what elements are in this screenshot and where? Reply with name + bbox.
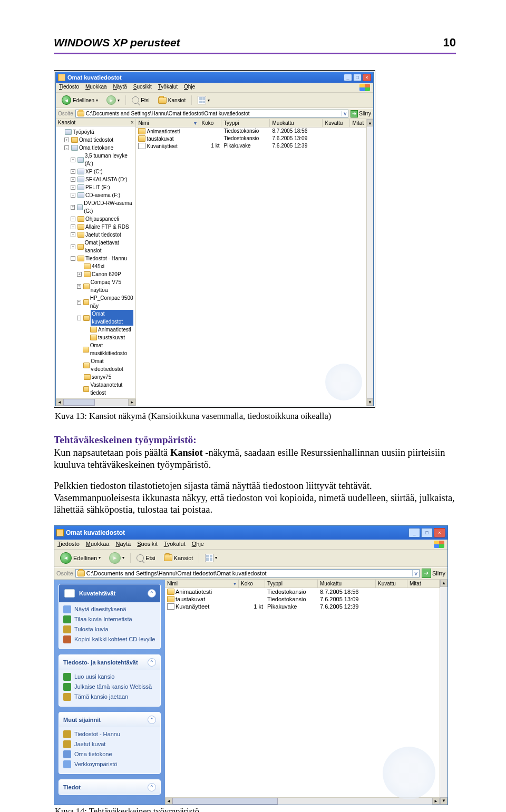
tree-node[interactable]: 445xi bbox=[58, 262, 133, 270]
tree-node[interactable]: + Omat tiedostot bbox=[58, 136, 133, 144]
menu-file[interactable]: Tiedosto bbox=[59, 84, 79, 91]
menu-tools[interactable]: Työkalut bbox=[164, 541, 186, 548]
tree-node[interactable]: + 3,5 tuuman levyke (A:) bbox=[58, 152, 133, 168]
close-button[interactable]: × bbox=[434, 528, 445, 537]
folder-icon bbox=[164, 554, 172, 561]
views-button[interactable]: ▾ bbox=[195, 95, 212, 105]
close-icon[interactable]: × bbox=[131, 120, 134, 125]
address-input[interactable]: C:\Documents and Settings\Hannu\Omat tie… bbox=[75, 110, 348, 118]
menu-view[interactable]: Näytä bbox=[115, 541, 131, 548]
go-button[interactable]: ➔Siirry bbox=[422, 569, 445, 578]
tree-node[interactable]: + Omat jaettavat kansiot bbox=[58, 239, 133, 255]
task-group-header[interactable]: Tiedosto- ja kansiotehtävät⌃ bbox=[59, 655, 160, 670]
back-button[interactable]: ◄Edellinen ▾ bbox=[57, 551, 103, 565]
tree-node[interactable]: - Omat kuvatiedostot bbox=[58, 310, 133, 326]
task-link[interactable]: Jaetut kuvat bbox=[63, 739, 156, 749]
window-titlebar[interactable]: Omat kuvatiedostot _ □ × bbox=[56, 72, 373, 83]
task-link[interactable]: Tiedostot - Hannu bbox=[63, 729, 156, 739]
chevron-down-icon[interactable]: v bbox=[412, 570, 417, 576]
menu-favorites[interactable]: Suosikit bbox=[137, 541, 158, 548]
tree-node[interactable]: sonyv75 bbox=[58, 373, 133, 381]
file-list[interactable]: AnimaatiotestiTiedostokansio8.7.2005 18:… bbox=[165, 588, 440, 610]
task-link[interactable]: Oma tietokone bbox=[63, 749, 156, 759]
search-button[interactable]: Etsi bbox=[129, 95, 152, 105]
forward-button[interactable]: ►▾ bbox=[104, 94, 122, 106]
window-titlebar[interactable]: Omat kuvatiedostot _ □ × bbox=[54, 526, 447, 540]
table-row[interactable]: Kuvanäytteet1 ktPikakuvake7.6.2005 12:39 bbox=[136, 142, 366, 150]
menu-help[interactable]: Ohje bbox=[192, 541, 204, 548]
chevron-up-icon[interactable]: ⌃ bbox=[148, 658, 156, 667]
address-input[interactable]: C:\Documents and Settings\Hannu\Omat tie… bbox=[75, 569, 420, 578]
tree-node[interactable]: + HP_Compac 9500 näy bbox=[58, 294, 133, 310]
menu-edit[interactable]: Muokkaa bbox=[86, 541, 110, 548]
tree-node[interactable]: + Ohjauspaneeli bbox=[58, 215, 133, 223]
minimize-button[interactable]: _ bbox=[344, 74, 352, 81]
tree-node[interactable]: + CD-asema (F:) bbox=[58, 191, 133, 199]
tree-node[interactable]: + Compaq V75 näyttöa bbox=[58, 278, 133, 294]
table-row[interactable]: AnimaatiotestiTiedostokansio8.7.2005 18:… bbox=[136, 128, 366, 135]
task-link[interactable]: Tulosta kuvia bbox=[63, 624, 156, 634]
tree-node[interactable]: + DVD/CD-RW-asema (G:) bbox=[58, 199, 133, 215]
task-link[interactable]: Tilaa kuvia Internetistä bbox=[63, 614, 156, 624]
close-button[interactable]: × bbox=[363, 74, 371, 81]
folders-button[interactable]: Kansiot bbox=[161, 553, 196, 562]
tree-node[interactable]: + XP (C:) bbox=[58, 168, 133, 175]
tree-node[interactable]: + Canon 620P bbox=[58, 270, 133, 278]
folder-icon bbox=[58, 74, 65, 81]
table-row[interactable]: AnimaatiotestiTiedostokansio8.7.2005 18:… bbox=[165, 588, 440, 595]
tree-node[interactable]: taustakuvat bbox=[58, 334, 133, 341]
scrollbar-vertical[interactable]: ▲▼ bbox=[440, 580, 447, 805]
column-headers[interactable]: Nimi▾ Koko Tyyppi Muokattu Kuvattu Mitat bbox=[136, 119, 366, 128]
task-group-header[interactable]: Kuvatehtävät⌃ bbox=[59, 584, 160, 602]
tree-node[interactable]: Vastaanotetut tiedost bbox=[58, 381, 133, 397]
scrollbar-horizontal[interactable]: ◄► bbox=[165, 797, 440, 805]
file-list[interactable]: AnimaatiotestiTiedostokansio8.7.2005 18:… bbox=[136, 128, 366, 150]
menu-file[interactable]: Tiedosto bbox=[57, 541, 80, 548]
paragraph-1: Kun napsautetaan pois päältä Kansiot -nä… bbox=[54, 447, 456, 471]
go-button[interactable]: ➔Siirry bbox=[351, 110, 371, 118]
menu-view[interactable]: Näytä bbox=[113, 84, 127, 91]
menu-tools[interactable]: Työkalut bbox=[158, 84, 178, 91]
tree-node[interactable]: - Oma tietokone bbox=[58, 144, 133, 152]
forward-button[interactable]: ►▾ bbox=[106, 551, 127, 565]
minimize-button[interactable]: _ bbox=[408, 528, 420, 537]
task-link[interactable]: Tämä kansio jaetaan bbox=[63, 692, 156, 702]
table-row[interactable]: taustakuvatTiedostokansio7.6.2005 13:09 bbox=[136, 135, 366, 142]
chevron-up-icon[interactable]: ⌃ bbox=[148, 783, 156, 791]
tree-node[interactable]: + Jaetut tiedostot bbox=[58, 231, 133, 239]
scrollbar-vertical[interactable]: ▲▼ bbox=[366, 119, 373, 406]
task-group-header[interactable]: Muut sijainnit⌃ bbox=[59, 712, 160, 727]
maximize-button[interactable]: □ bbox=[353, 74, 362, 81]
tree-node[interactable]: Työpöytä bbox=[58, 128, 133, 136]
task-group-header[interactable]: Tiedot⌃ bbox=[59, 780, 160, 795]
chevron-down-icon[interactable]: v bbox=[342, 111, 346, 116]
folder-tree[interactable]: Työpöytä+ Omat tiedostot- Oma tietokone+… bbox=[56, 126, 135, 398]
menu-edit[interactable]: Muokkaa bbox=[85, 84, 107, 91]
menu-favorites[interactable]: Suosikit bbox=[133, 84, 152, 91]
task-link[interactable]: Verkkoympäristö bbox=[63, 759, 156, 769]
tree-node[interactable]: + PELIT (E:) bbox=[58, 183, 133, 191]
tree-node[interactable]: + SEKALAISTA (D:) bbox=[58, 175, 133, 183]
maximize-button[interactable]: □ bbox=[421, 528, 433, 537]
chevron-up-icon[interactable]: ⌃ bbox=[148, 716, 156, 724]
menu-help[interactable]: Ohje bbox=[184, 84, 195, 91]
tree-node[interactable]: Omat videotiedostot bbox=[58, 357, 133, 373]
task-link[interactable]: Julkaise tämä kansio Webissä bbox=[63, 682, 156, 692]
scrollbar-horizontal[interactable]: ◄► bbox=[56, 398, 135, 406]
views-button[interactable]: ▾ bbox=[202, 553, 220, 563]
back-button[interactable]: ◄Edellinen ▾ bbox=[59, 94, 101, 106]
tree-node[interactable]: - Tiedostot - Hannu bbox=[58, 255, 133, 262]
tree-node[interactable]: Omat musiikkitiedosto bbox=[58, 341, 133, 357]
tree-node[interactable]: + Allaire FTP & RDS bbox=[58, 223, 133, 231]
tree-node[interactable]: Animaatiotesti bbox=[58, 326, 133, 334]
chevron-up-icon[interactable]: ⌃ bbox=[148, 589, 156, 598]
folders-button[interactable]: Kansiot bbox=[155, 96, 188, 105]
table-row[interactable]: taustakuvatTiedostokansio7.6.2005 13:09 bbox=[165, 595, 440, 603]
table-row[interactable]: Kuvanäytteet1 ktPikakuvake7.6.2005 12:39 bbox=[165, 603, 440, 610]
task-link[interactable]: Näytä diaesityksenä bbox=[63, 604, 156, 614]
column-headers[interactable]: Nimi▾ Koko Tyyppi Muokattu Kuvattu Mitat bbox=[165, 580, 440, 588]
task-link[interactable]: Kopioi kaikki kohteet CD-levylle bbox=[63, 634, 156, 644]
task-link[interactable]: Luo uusi kansio bbox=[63, 672, 156, 682]
window-title: Omat kuvatiedostot bbox=[66, 529, 408, 536]
search-button[interactable]: Etsi bbox=[134, 553, 158, 563]
